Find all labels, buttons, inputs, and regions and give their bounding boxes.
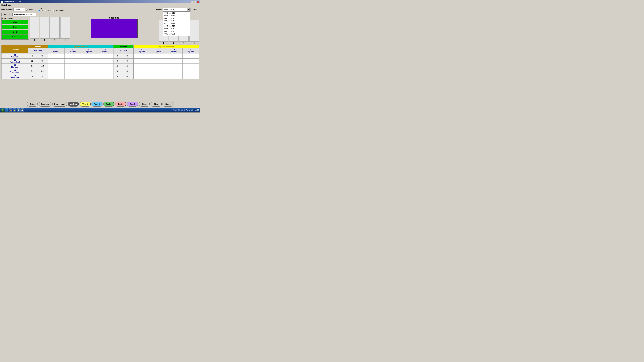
- model-input-wrapper: ▼ 0 445 110 312 0 445 110 313 0 445 110 …: [163, 8, 190, 11]
- injector-bar-1: [30, 17, 39, 39]
- model-option-1[interactable]: 0 445 110 312: [163, 12, 190, 14]
- injector-col-4: 4: [60, 17, 70, 41]
- test4-button[interactable]: Test 4: [115, 102, 126, 106]
- th-sub-nominal: Min - Max: [28, 48, 48, 53]
- row3-i4: [97, 64, 113, 69]
- row4-bmin: 0: [113, 69, 121, 74]
- taskbar-icon-3[interactable]: 📁: [13, 108, 16, 112]
- model-input[interactable]: [163, 8, 188, 11]
- row5-bmin: 0: [113, 74, 121, 79]
- table-row: [2]Medium load 22 30 0 60: [2, 58, 199, 64]
- injector-right-label-1: 1: [163, 42, 164, 44]
- top-controls: Manufacture: Bosch Denso Delphi Siemens …: [2, 7, 199, 12]
- row3-bmax: 60: [121, 64, 134, 69]
- show-result-button[interactable]: Show result: [52, 102, 67, 106]
- row2-bmin: 0: [113, 58, 121, 64]
- display-us: 0 µs: [2, 25, 28, 29]
- model-option-2[interactable]: 0 445 110 313: [163, 14, 190, 17]
- typ-label: Typ: [38, 7, 65, 9]
- close-button[interactable]: Close: [162, 102, 174, 106]
- typ-slot-option[interactable]: Slot machine: [53, 10, 65, 12]
- typ-slot-checkbox[interactable]: [53, 10, 54, 12]
- typ-em-option[interactable]: EM: [38, 10, 44, 12]
- row4-b3: [166, 69, 182, 74]
- comment-button[interactable]: Comment: [39, 102, 52, 106]
- venting-button[interactable]: Venting: [68, 102, 79, 106]
- th-back-3: 3Injector: [166, 48, 182, 53]
- row5-i4: [97, 74, 113, 79]
- model-option-4[interactable]: 0 445 110 316: [163, 19, 190, 22]
- row2-b3: [166, 58, 182, 64]
- row2-name: [2]Medium load: [2, 58, 28, 64]
- left-injectors-group: 1 2 3 4: [30, 17, 70, 41]
- start-button[interactable]: Start: [139, 102, 150, 106]
- injector-right-label-2: 2: [173, 42, 174, 44]
- test2-button[interactable]: Test 2: [92, 102, 102, 106]
- manufacture-select[interactable]: Bosch Denso Delphi Siemens: [14, 8, 25, 11]
- test1-button[interactable]: Test 1: [80, 102, 91, 106]
- model-option-9[interactable]: 0 445 110 321: [163, 32, 190, 35]
- taskbar-icon-2[interactable]: 🦊: [9, 108, 12, 112]
- test3-button[interactable]: Test 3: [103, 102, 114, 106]
- taskbar-biblioteki: Biblioteki: [178, 109, 185, 111]
- row2-bmax: 60: [121, 58, 134, 64]
- manufacture-label: Manufacture:: [2, 9, 13, 11]
- page-title: Database: [2, 4, 199, 6]
- display-hz: 0 Hz: [2, 30, 28, 34]
- tab-measurement[interactable]: Measurement of injectors: [12, 13, 36, 16]
- taskbar-lang: PL: [186, 109, 188, 111]
- stop-button[interactable]: Stop: [150, 102, 162, 106]
- model-option-10[interactable]: 0 445 110 322: [163, 35, 190, 36]
- typ-piezo-option[interactable]: Piezo: [45, 10, 52, 12]
- row1-b3: [166, 53, 182, 58]
- save-button[interactable]: Save: [190, 8, 199, 11]
- clock: 12:23: [194, 109, 200, 111]
- model-option-3[interactable]: 0 445 110 315: [163, 17, 190, 19]
- row4-i2: [64, 69, 81, 74]
- row2-b2: [150, 58, 166, 64]
- data-table-section: Test name nominal Injector - delivery No…: [2, 45, 199, 100]
- taskbar-icon-5[interactable]: 💾: [20, 108, 24, 112]
- model-option-6[interactable]: 0 445 110 318: [163, 25, 190, 27]
- row5-i2: [64, 74, 81, 79]
- typ-em-radio[interactable]: [38, 10, 40, 12]
- systray-icons: ▲ 🔊: [189, 109, 193, 111]
- row5-i1: [48, 74, 64, 79]
- bottom-buttons-row: Print Comment Show result Venting Test 1…: [2, 101, 199, 107]
- typ-piezo-radio[interactable]: [45, 10, 47, 12]
- main-content: Database Manufacture: Bosch Denso Delphi…: [0, 3, 200, 108]
- row4-max: 6.5: [36, 69, 48, 74]
- row1-name: [1]Max.load: [2, 53, 28, 58]
- model-option-5[interactable]: 0 445 110 317: [163, 22, 190, 25]
- minimize-button[interactable]: _: [191, 1, 194, 3]
- start-menu-button[interactable]: ⊞: [1, 108, 4, 112]
- taskbar-icon-1[interactable]: 🌐: [5, 108, 8, 112]
- model-option-8[interactable]: 0 445 110 320: [163, 30, 190, 32]
- row1-i2: [64, 53, 81, 58]
- booster-checkbox[interactable]: [26, 9, 28, 10]
- row4-min: 2.5: [28, 69, 36, 74]
- titlebar-left: Common Rail CR-2000: [1, 1, 21, 3]
- maximize-button[interactable]: □: [194, 1, 196, 3]
- table-header-row-2: Min - Max 1Injector 2Injector 3Injector …: [2, 48, 199, 53]
- tab-test-plan[interactable]: Test plan: [2, 13, 12, 16]
- row5-i3: [81, 74, 97, 79]
- th-test-name: Test name: [2, 45, 28, 53]
- row3-b2: [150, 64, 166, 69]
- row3-b3: [166, 64, 182, 69]
- row3-max: 13.5: [36, 64, 48, 69]
- row1-b4: [182, 53, 199, 58]
- model-dropdown-arrow[interactable]: ▼: [187, 8, 190, 11]
- taskbar-icon-4[interactable]: 📋: [17, 108, 20, 112]
- row4-b1: [134, 69, 150, 74]
- table-row: [5]Static leak 0 0 0 60: [2, 74, 199, 79]
- test5-button[interactable]: Test 5: [127, 102, 138, 106]
- row4-b2: [150, 69, 166, 74]
- print-button[interactable]: Print: [27, 102, 38, 106]
- th-injector-backflow: Injector - back flow: [134, 45, 199, 48]
- taskbar-right: Pulpit Biblioteki PL ▲ 🔊 12:23: [173, 109, 200, 111]
- close-window-button[interactable]: ✕: [197, 1, 199, 3]
- model-option-7[interactable]: 0 445 110 319: [163, 27, 190, 30]
- table-row: [1]Max.load 45 55 0 60: [2, 53, 199, 58]
- injector-right-col-4: 4: [189, 20, 199, 44]
